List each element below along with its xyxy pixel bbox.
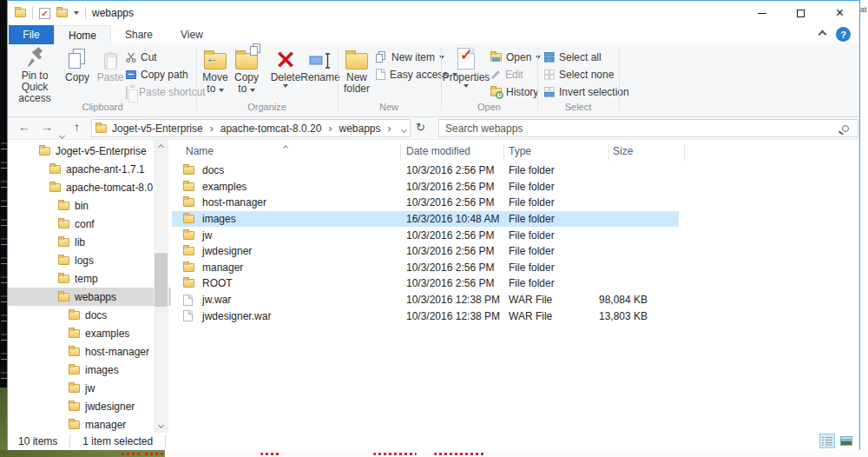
file-date: 16/3/2016 10:48 AM xyxy=(406,213,499,225)
search-box[interactable] xyxy=(438,119,858,137)
qat-new-folder-icon[interactable] xyxy=(56,9,68,17)
forward-icon[interactable]: → xyxy=(41,120,53,134)
tree-item-conf[interactable]: conf xyxy=(8,215,171,233)
open-button[interactable]: Open xyxy=(490,49,541,65)
folder-icon xyxy=(183,182,194,191)
file-row[interactable]: jwdesigner10/3/2016 2:56 PMFile folder xyxy=(172,243,679,260)
file-row[interactable]: ROOT10/3/2016 2:56 PMFile folder xyxy=(172,275,679,292)
search-input[interactable] xyxy=(439,123,842,135)
copy-button[interactable]: Copy xyxy=(62,47,93,101)
edit-button[interactable]: Edit xyxy=(490,66,523,83)
invert-selection-button[interactable]: Invert selection xyxy=(544,83,629,100)
tab-share[interactable]: Share xyxy=(111,25,167,44)
properties-button[interactable]: ✓ Properties xyxy=(447,47,485,101)
breadcrumb-item[interactable]: webapps xyxy=(339,123,380,135)
tree-item-label: manager xyxy=(85,419,126,431)
column-separator[interactable] xyxy=(608,143,609,161)
select-all-button[interactable]: Select all xyxy=(544,49,602,65)
tree-item-joget[interactable]: Joget-v5-Enterprise xyxy=(8,142,171,160)
select-none-button[interactable]: Select none xyxy=(544,66,614,83)
breadcrumb-separator[interactable]: › xyxy=(208,123,215,135)
column-header-name[interactable]: Name xyxy=(186,145,214,157)
move-to-button[interactable]: ← Move to xyxy=(201,47,230,101)
cut-button[interactable]: Cut xyxy=(126,49,157,65)
search-icon[interactable] xyxy=(842,125,849,132)
breadcrumb-separator[interactable]: › xyxy=(326,123,333,135)
tree-item-apache-ant[interactable]: apache-ant-1.7.1 xyxy=(8,160,171,178)
column-header-size[interactable]: Size xyxy=(613,145,633,157)
file-type: File folder xyxy=(509,164,555,176)
qat-dropdown-icon[interactable] xyxy=(74,11,79,15)
file-row[interactable]: jw10/3/2016 2:56 PMFile folder xyxy=(172,227,679,243)
tree-item-host-manager[interactable]: host-manager xyxy=(8,342,171,361)
scrollbar-thumb[interactable] xyxy=(155,253,168,307)
tree-item-temp[interactable]: temp xyxy=(8,269,171,288)
file-row[interactable]: jw.war10/3/2016 12:38 PMWAR File98,084 K… xyxy=(172,292,679,308)
maximize-button[interactable] xyxy=(781,1,820,25)
tree-item-apache-tomcat[interactable]: apache-tomcat-8.0.20 xyxy=(8,178,171,196)
breadcrumb-separator[interactable]: › xyxy=(386,123,393,135)
tree-item-examples[interactable]: examples xyxy=(8,324,171,342)
up-icon[interactable]: ↑ xyxy=(74,120,80,134)
new-folder-button[interactable]: New folder xyxy=(341,47,372,101)
tree-item-jw[interactable]: jw xyxy=(8,379,171,397)
tree-item-docs[interactable]: docs xyxy=(8,306,171,324)
paste-label: Paste xyxy=(97,72,124,83)
address-dropdown-icon[interactable] xyxy=(402,123,406,135)
tree-item-bin[interactable]: bin xyxy=(8,196,171,215)
scroll-down-icon[interactable] xyxy=(154,418,168,433)
dropdown-caret-icon xyxy=(219,89,224,92)
file-row[interactable]: examples10/3/2016 2:56 PMFile folder xyxy=(172,179,679,195)
details-view-button[interactable] xyxy=(819,434,835,448)
new-item-button[interactable]: New item xyxy=(376,49,444,65)
file-row[interactable]: manager10/3/2016 2:56 PMFile folder xyxy=(172,260,679,276)
qat-properties-icon[interactable]: ✓ xyxy=(39,8,50,19)
column-separator[interactable] xyxy=(503,143,504,161)
title-bar[interactable]: ✓ webapps × xyxy=(8,1,859,25)
folder-icon xyxy=(183,279,194,288)
column-header-type[interactable]: Type xyxy=(509,145,531,157)
tab-file[interactable]: File xyxy=(9,25,54,44)
tree-item-lib[interactable]: lib xyxy=(8,233,171,251)
column-separator[interactable] xyxy=(684,143,685,161)
file-row[interactable]: docs10/3/2016 2:56 PMFile folder xyxy=(172,162,679,179)
copy-path-button[interactable]: Copy path xyxy=(126,66,188,83)
copy-to-button[interactable]: Copy to xyxy=(232,47,261,101)
paste-shortcut-button[interactable]: Paste shortcut xyxy=(126,83,206,100)
rename-button[interactable]: Rename xyxy=(303,47,338,101)
close-button[interactable]: × xyxy=(820,1,859,25)
tree-item-jwdesigner[interactable]: jwdesigner xyxy=(8,397,171,415)
tree-item-manager[interactable]: manager xyxy=(8,415,171,433)
minimize-button[interactable] xyxy=(742,1,781,25)
tree-item-images[interactable]: images xyxy=(8,361,171,379)
tree-scrollbar[interactable] xyxy=(154,140,168,433)
large-icons-view-button[interactable] xyxy=(838,434,854,448)
file-row[interactable]: host-manager10/3/2016 2:56 PMFile folder xyxy=(172,195,679,211)
clipboard-group-label: Clipboard xyxy=(10,102,195,112)
breadcrumb-item[interactable]: apache-tomcat-8.0.20 xyxy=(220,123,322,135)
help-icon[interactable]: ? xyxy=(836,27,851,42)
spellcheck-squiggle xyxy=(434,453,486,455)
minimize-ribbon-icon[interactable] xyxy=(819,30,827,39)
refresh-icon[interactable]: ↻ xyxy=(416,121,425,134)
history-button[interactable]: History xyxy=(490,83,538,100)
back-icon[interactable]: ← xyxy=(18,120,30,134)
tree-item-logs[interactable]: logs xyxy=(8,251,171,269)
delete-button[interactable]: × Delete xyxy=(268,47,303,101)
dropdown-caret-icon xyxy=(250,89,255,92)
file-row[interactable]: jwdesigner.war10/3/2016 12:38 PMWAR File… xyxy=(172,308,679,324)
file-row-selected[interactable]: images16/3/2016 10:48 AMFile folder xyxy=(172,211,679,228)
breadcrumb-item[interactable]: Joget-v5-Enterprise xyxy=(112,123,203,135)
column-header-date-modified[interactable]: Date modified xyxy=(406,145,470,157)
tree-item-label: jwdesigner xyxy=(85,401,135,413)
tree-item-webapps[interactable]: webapps xyxy=(8,288,171,306)
tree-item-label: lib xyxy=(75,236,85,248)
pin-to-quick-access-button[interactable]: Pin to Quick access xyxy=(10,47,60,101)
folder-icon xyxy=(69,348,80,356)
tab-home[interactable]: Home xyxy=(54,25,111,44)
tab-view[interactable]: View xyxy=(167,25,217,44)
scroll-up-icon[interactable] xyxy=(154,140,168,155)
breadcrumb[interactable]: Joget-v5-Enterprise › apache-tomcat-8.0.… xyxy=(91,119,411,137)
paste-button[interactable]: Paste xyxy=(95,47,126,101)
column-separator[interactable] xyxy=(400,143,401,161)
